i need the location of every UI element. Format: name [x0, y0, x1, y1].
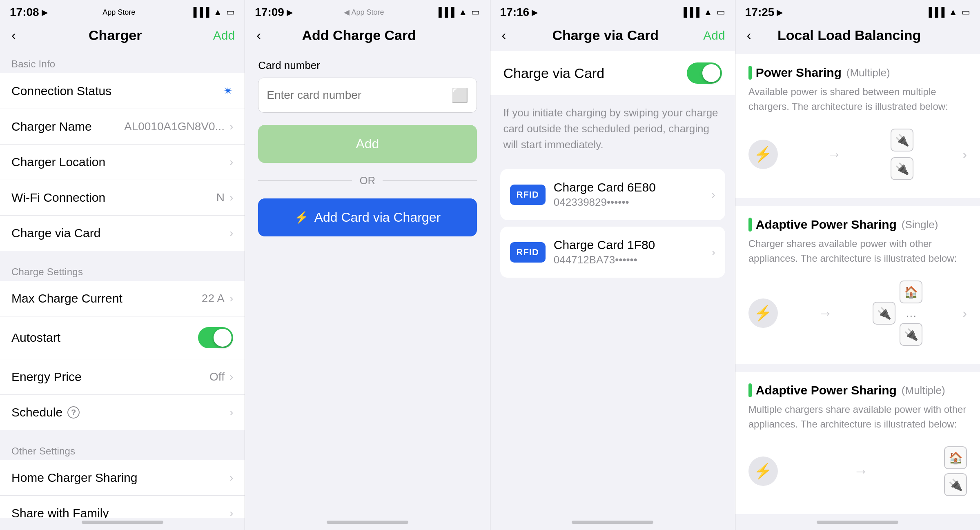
schedule-row[interactable]: Schedule ? › [0, 395, 245, 430]
add-via-charger-label: Add Card via Charger [314, 210, 441, 225]
battery-icon-4: ▭ [962, 7, 970, 18]
chevron-icon: › [229, 120, 233, 133]
add-charge-card-panel: 17:09 ▶ ◀ App Store ▐▐▐ ▲ ▭ ‹ Add Charge… [245, 0, 490, 530]
back-button-2[interactable]: ‹ [255, 26, 263, 45]
rfid-card-1[interactable]: RFID Charge Card 6E80 042339829•••••• › [500, 169, 725, 220]
max-charge-current-label: Max Charge Current [11, 292, 122, 305]
app-store-label-1: App Store [102, 8, 135, 17]
llb-content: Power Sharing (Multiple) Available power… [735, 51, 980, 518]
app-store-label-2: ◀ App Store [344, 8, 384, 17]
location-icon-1: ▶ [42, 7, 48, 17]
arrow-icon-3: → [853, 463, 868, 480]
adaptive-power-sharing-single-title: Adaptive Power Sharing [756, 218, 897, 232]
charger-name-row[interactable]: Charger Name AL0010A1GN8V0... › [0, 109, 245, 145]
power-sharing-subtitle: (Multiple) [846, 67, 890, 79]
charge-via-card-label: Charge via Card [11, 226, 100, 240]
basic-info-header: Basic Info [0, 51, 245, 73]
nav-bar-1: ‹ Charger Add [0, 22, 245, 51]
home-charger-sharing-row[interactable]: Home Charger Sharing › [0, 460, 245, 496]
home-indicator-1 [0, 518, 245, 530]
share-with-family-row[interactable]: Share with Family › [0, 496, 245, 518]
adaptive-power-sharing-multiple-title: Adaptive Power Sharing [756, 383, 897, 397]
home-charger-sharing-label: Home Charger Sharing [11, 471, 137, 485]
charger-device-2: 🔌 [873, 302, 895, 325]
rfid-chevron-2: › [711, 246, 715, 259]
time-1: 17:08 [10, 6, 39, 19]
time-4: 17:25 [745, 6, 775, 19]
wifi-value: N [216, 191, 225, 204]
charge-via-card-row[interactable]: Charge via Card › [0, 216, 245, 251]
chevron-icon: › [229, 292, 233, 305]
add-card-via-charger-button[interactable]: ⚡ Add Card via Charger [258, 198, 477, 236]
connection-status-row[interactable]: Connection Status ✴ [0, 73, 245, 109]
back-button-3[interactable]: ‹ [500, 26, 508, 45]
llb-details-arrow-2[interactable]: › [962, 306, 967, 321]
charger-name-label: Charger Name [11, 120, 92, 134]
max-charge-current-row[interactable]: Max Charge Current 22 A › [0, 281, 245, 316]
signal-icon-3: ▐▐▐ [680, 7, 699, 18]
add-button-3[interactable]: Add [703, 29, 725, 42]
location-icon-4: ▶ [777, 7, 783, 17]
charge-via-card-description: If you initiate charging by swiping your… [490, 95, 735, 163]
wifi-icon-3: ▲ [704, 7, 713, 18]
power-sharing-title: Power Sharing [756, 66, 842, 80]
power-sharing-section: Power Sharing (Multiple) Available power… [735, 54, 980, 198]
chevron-icon: › [229, 227, 233, 240]
nav-bar-3: ‹ Charge via Card Add [490, 22, 735, 51]
max-charge-value: 22 A [202, 292, 225, 305]
autostart-toggle[interactable] [198, 327, 233, 348]
adaptive-power-sharing-single-subtitle: (Single) [902, 218, 938, 231]
appliance-top-3: 🏠 [944, 446, 967, 469]
appliance-bottom-3: 🔌 [944, 473, 967, 496]
charger-panel: 17:08 ▶ App Store ▐▐▐ ▲ ▭ ‹ Charger Add … [0, 0, 245, 530]
other-settings-header: Other Settings [0, 438, 245, 460]
status-bar-4: 17:25 ▶ ▐▐▐ ▲ ▭ [735, 0, 980, 22]
charge-via-card-content: Charge via Card If you initiate charging… [490, 51, 735, 518]
rfid-name-1: Charge Card 6E80 [554, 180, 704, 194]
rfid-badge-2: RFID [510, 242, 546, 263]
add-card-button[interactable]: Add [258, 125, 477, 163]
status-icons-1: ▐▐▐ ▲ ▭ [190, 7, 235, 18]
location-icon-2: ▶ [287, 7, 293, 17]
charge-via-card-toggle-row: Charge via Card [490, 51, 735, 95]
signal-icon-1: ▐▐▐ [190, 7, 209, 18]
llb-details-arrow-1[interactable]: › [962, 147, 967, 162]
charge-via-card-toggle-title: Charge via Card [503, 65, 605, 81]
charger-device-top-1: 🔌 [891, 129, 913, 151]
card-number-input[interactable] [267, 89, 451, 102]
adaptive-power-sharing-single-header: Adaptive Power Sharing (Single) [748, 218, 967, 232]
energy-price-value: Off [209, 370, 225, 383]
appliance-device-top-2: 🏠 [900, 281, 922, 303]
page-title-4: Local Load Balancing [777, 27, 921, 43]
charge-via-card-toggle[interactable] [687, 62, 722, 84]
charger-location-row[interactable]: Charger Location › [0, 145, 245, 180]
power-sharing-header: Power Sharing (Multiple) [748, 66, 967, 80]
power-sharing-diagram: ⚡ → 🔌 🔌 › [748, 122, 967, 187]
rfid-number-1: 042339829•••••• [554, 196, 704, 209]
or-text: OR [359, 174, 375, 187]
adaptive-power-sharing-single-diagram: ⚡ → 🔌 🏠 … 🔌 › [748, 274, 967, 352]
add-button-1[interactable]: Add [213, 29, 235, 42]
chevron-icon: › [229, 507, 233, 518]
connection-status-label: Connection Status [11, 84, 111, 98]
time-3: 17:16 [500, 6, 530, 19]
schedule-help-icon[interactable]: ? [67, 406, 80, 419]
wifi-connection-row[interactable]: Wi-Fi Connection N › [0, 180, 245, 216]
back-button-1[interactable]: ‹ [10, 26, 18, 45]
power-source-icon-3: ⚡ [748, 457, 778, 486]
rfid-card-2[interactable]: RFID Charge Card 1F80 044712BA73•••••• › [500, 227, 725, 278]
autostart-row[interactable]: Autostart [0, 316, 245, 359]
rfid-chevron-1: › [711, 188, 715, 201]
charger-content: Basic Info Connection Status ✴ Charger N… [0, 51, 245, 518]
charge-via-card-panel: 17:16 ▶ ▐▐▐ ▲ ▭ ‹ Charge via Card Add Ch… [490, 0, 735, 530]
chevron-icon: › [229, 471, 233, 484]
scan-icon[interactable]: ⬜ [451, 87, 468, 103]
wifi-icon-2: ▲ [459, 7, 468, 18]
energy-price-row[interactable]: Energy Price Off › [0, 359, 245, 395]
adaptive-power-sharing-multiple-header: Adaptive Power Sharing (Multiple) [748, 383, 967, 397]
toggle-knob-3 [702, 64, 720, 82]
chevron-icon: › [229, 370, 233, 383]
wifi-connection-label: Wi-Fi Connection [11, 191, 105, 205]
back-button-4[interactable]: ‹ [745, 26, 753, 45]
location-icon-3: ▶ [532, 7, 538, 17]
